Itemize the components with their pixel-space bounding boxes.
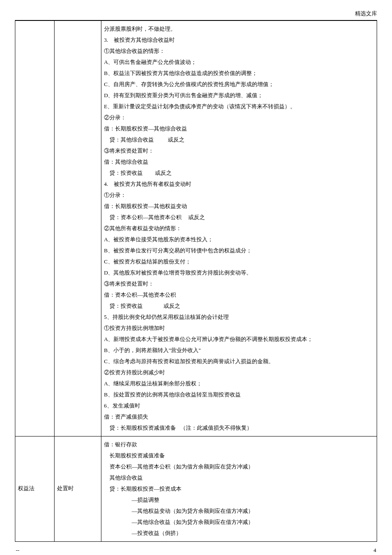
row-content: 分派股票股利时，不做处理。3. 被投资方其他综合收益时①其他综合收益的情形：A、… bbox=[101, 20, 377, 436]
content-line: 贷：长期股权投资减值准备 （注：此减值损失不得恢复） bbox=[104, 422, 374, 434]
table-row: 分派股票股利时，不做处理。3. 被投资方其他综合收益时①其他综合收益的情形：A、… bbox=[15, 20, 377, 436]
row-phase bbox=[55, 20, 101, 436]
content-line: D、持有至到期投资重分类为可供出售金融资产形成的增、减值； bbox=[104, 90, 374, 101]
content-line: 借：长期股权投资—其他权益变动 bbox=[104, 201, 374, 212]
row-category: 权益法 bbox=[15, 436, 55, 541]
content-line: 贷：投资收益 或反之 bbox=[104, 301, 374, 312]
content-line: 5、持股比例变化却仍然采用权益法核算的会计处理 bbox=[104, 312, 374, 323]
content-line: 6、发生减值时 bbox=[104, 400, 374, 411]
content-line: —损益调整 bbox=[104, 494, 374, 506]
content-line: ①其他综合收益的情形： bbox=[104, 46, 374, 57]
page-number: 4 bbox=[374, 545, 377, 555]
content-line: 借：资产减值损失 bbox=[104, 411, 374, 422]
accounting-table: 分派股票股利时，不做处理。3. 被投资方其他综合收益时①其他综合收益的情形：A、… bbox=[15, 20, 377, 542]
content-line: —其他权益变动（如为贷方余额则应在借方冲减） bbox=[104, 506, 374, 517]
content-line: B、被投资单位发行可分离交易的可转债中包含的权益成分； bbox=[104, 245, 374, 256]
content-line: —投资收益（倒挤） bbox=[104, 528, 374, 539]
content-line: B、按处置投资的比例将其他综合收益转至当期投资收益 bbox=[104, 389, 374, 400]
header-label: 精选文库 bbox=[15, 9, 377, 20]
content-line: 借：银行存款 bbox=[104, 439, 374, 450]
content-line: E、重新计量设定受益计划净负债或净资产的变动（该情况下将来不转损益）。 bbox=[104, 101, 374, 112]
page-wrapper: 精选文库 分派股票股利时，不做处理。3. 被投资方其他综合收益时①其他综合收益的… bbox=[0, 0, 392, 555]
table-row: 权益法处置时借：银行存款 长期股权投资减值准备 资本公积—其他资本公积（如为借方… bbox=[15, 436, 377, 541]
content-line: C、被投资方权益结算的股份支付； bbox=[104, 256, 374, 267]
content-line: B、权益法下因被投资方其他综合收益造成的投资价值的调整； bbox=[104, 68, 374, 79]
content-line: C、综合考虑与原持有投资和追加投资相关的商誉或计入损益的金额。 bbox=[104, 356, 374, 367]
content-line: 借：其他综合收益 bbox=[104, 156, 374, 168]
content-line: 分派股票股利时，不做处理。 bbox=[104, 23, 374, 35]
footer-left: -- bbox=[16, 545, 20, 555]
content-line: B、小于的，则将差额转入"营业外收入" bbox=[104, 345, 374, 356]
content-line: 借：资本公积—其他资本公积 bbox=[104, 289, 374, 301]
content-line: A、被投资单位接受其他股东的资本性投入； bbox=[104, 234, 374, 245]
content-line: C、自用房产、存货转换为公允价值模式的投资性房地产形成的增值； bbox=[104, 79, 374, 90]
content-line: 其他综合收益 bbox=[104, 472, 374, 483]
content-line: 贷：资本公积—其他资本公积 或反之 bbox=[104, 212, 374, 223]
content-line: ①投资方持股比例增加时 bbox=[104, 323, 374, 334]
content-line: ②其他所有者权益变动的情形： bbox=[104, 223, 374, 234]
content-line: 贷：其他综合收益 或反之 bbox=[104, 134, 374, 145]
content-line: ③将来投资处置时： bbox=[104, 145, 374, 156]
content-line: ②投资方持股比例减少时 bbox=[104, 367, 374, 378]
row-content: 借：银行存款 长期股权投资减值准备 资本公积—其他资本公积（如为借方余额则应在贷… bbox=[101, 436, 377, 541]
page-footer: -- 4 bbox=[15, 545, 377, 555]
row-phase: 处置时 bbox=[55, 436, 101, 541]
content-line: 资本公积—其他资本公积（如为借方余额则应在贷方冲减） bbox=[104, 461, 374, 472]
content-line: A、继续采用权益法核算剩余部分股权； bbox=[104, 378, 374, 389]
content-line: —其他综合收益（如为贷方余额则应在借方冲减） bbox=[104, 517, 374, 528]
content-line: ②分录： bbox=[104, 112, 374, 123]
content-line: 3. 被投资方其他综合收益时 bbox=[104, 35, 374, 46]
content-line: ①分录： bbox=[104, 190, 374, 201]
content-line: A、可供出售金融资产公允价值波动； bbox=[104, 57, 374, 68]
content-line: 4. 被投资方其他所有者权益变动时 bbox=[104, 179, 374, 190]
content-line: 长期股权投资减值准备 bbox=[104, 450, 374, 461]
content-line: 贷：投资收益 或反之 bbox=[104, 168, 374, 179]
content-line: 借：长期股权投资—其他综合收益 bbox=[104, 123, 374, 134]
row-category bbox=[15, 20, 55, 436]
content-line: ③将来投资处置时： bbox=[104, 278, 374, 289]
content-line: 贷：长期股权投资—投资成本 bbox=[104, 483, 374, 494]
content-line: D、其他股东对被投资单位增资导致投资方持股比例变动等。 bbox=[104, 267, 374, 278]
content-line: A、新增投资成本大于被投资单位公允可辨认净资产份额的不调整长期股权投资成本； bbox=[104, 334, 374, 345]
